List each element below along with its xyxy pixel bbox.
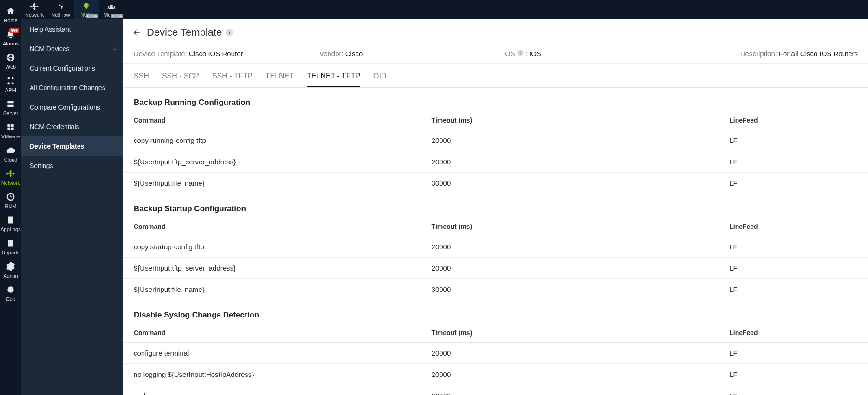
content-scroll[interactable]: SSHSSH - SCPSSH - TFTPTELNETTELNET - TFT… bbox=[123, 64, 868, 395]
info-label: OS bbox=[505, 50, 515, 58]
section-title: Backup Startup Configuration bbox=[123, 204, 868, 217]
rail-label: Web bbox=[6, 64, 16, 70]
top-tab-label: Network bbox=[25, 12, 44, 18]
info-description: Description: For all Cisco IOS Routers bbox=[740, 50, 858, 58]
rail-item-admin[interactable]: Admin bbox=[0, 258, 21, 281]
col-linefeed: LineFeed bbox=[719, 324, 868, 343]
cell-timeout: 20000 bbox=[421, 364, 719, 385]
cell-linefeed: LF bbox=[719, 343, 868, 364]
top-tab-strip: NetworkNetFlowNCMBETAMerakiBETA bbox=[21, 0, 868, 19]
tab-ssh-scp[interactable]: SSH - SCP bbox=[162, 72, 199, 87]
info-label: Device Template: bbox=[134, 50, 187, 58]
rail-item-alarms[interactable]: Alarms99+ bbox=[0, 26, 21, 49]
back-button[interactable] bbox=[130, 26, 143, 39]
cell-command: copy startup-config tftp bbox=[123, 236, 421, 258]
rail-item-reports[interactable]: Reports bbox=[0, 235, 21, 258]
page-title-text: Device Template bbox=[147, 26, 222, 39]
section: Backup Running ConfigurationCommandTimeo… bbox=[123, 98, 868, 194]
tab-ssh-tftp[interactable]: SSH - TFTP bbox=[212, 72, 253, 87]
table-row[interactable]: end20000LF bbox=[123, 385, 868, 395]
cell-timeout: 20000 bbox=[421, 151, 719, 173]
col-timeout: Timeout (ms) bbox=[421, 324, 719, 343]
cell-linefeed: LF bbox=[719, 130, 868, 151]
rail-item-apm[interactable]: APM bbox=[0, 72, 21, 96]
rail-label: Edit bbox=[6, 296, 15, 302]
rail-label: APM bbox=[5, 87, 16, 93]
arrow-left-icon bbox=[132, 28, 141, 37]
command-table: CommandTimeout (ms)LineFeedcopy running-… bbox=[123, 111, 868, 194]
cell-timeout: 20000 bbox=[421, 385, 719, 395]
info-bar: Device Template: Cisco IOS Router Vendor… bbox=[123, 44, 868, 64]
col-timeout: Timeout (ms) bbox=[421, 111, 719, 130]
top-tab-meraki[interactable]: MerakiBETA bbox=[99, 0, 124, 19]
cell-timeout: 20000 bbox=[421, 258, 719, 279]
tab-telnet-tftp[interactable]: TELNET - TFTP bbox=[307, 72, 360, 87]
rail-label: AppLogs bbox=[0, 227, 20, 232]
sidebar: Help AssistantNCM Devices+Current Config… bbox=[21, 19, 123, 395]
cell-linefeed: LF bbox=[719, 279, 868, 300]
info-icon[interactable]: i bbox=[517, 50, 524, 56]
cell-linefeed: LF bbox=[719, 258, 868, 279]
table-row[interactable]: copy running-config tftp20000LF bbox=[123, 130, 868, 151]
sidebar-item-all-config-changes[interactable]: All Configuration Changes bbox=[21, 78, 123, 97]
sidebar-item-device-templates[interactable]: Device Templates bbox=[21, 136, 123, 156]
rail-item-network[interactable]: Network bbox=[0, 165, 21, 188]
top-tab-netflow[interactable]: NetFlow bbox=[47, 0, 73, 19]
table-row[interactable]: ${UserInput:tftp_server_address}20000LF bbox=[123, 151, 868, 173]
top-tab-network[interactable]: Network bbox=[21, 0, 47, 19]
table-row[interactable]: ${UserInput:file_name}30000LF bbox=[123, 173, 868, 194]
sidebar-item-settings[interactable]: Settings bbox=[21, 156, 123, 175]
col-command: Command bbox=[123, 111, 421, 130]
rail-item-server[interactable]: Server bbox=[0, 96, 21, 119]
rail-label: Network bbox=[1, 180, 20, 186]
cell-command: ${UserInput:tftp_server_address} bbox=[123, 258, 421, 279]
sidebar-item-label: Device Templates bbox=[30, 142, 84, 150]
protocol-tabs: SSHSSH - SCPSSH - TFTPTELNETTELNET - TFT… bbox=[123, 64, 868, 88]
info-device-template: Device Template: Cisco IOS Router bbox=[134, 50, 319, 58]
top-tab-label: NetFlow bbox=[51, 12, 70, 18]
rail-item-web[interactable]: Web bbox=[0, 49, 21, 72]
table-row[interactable]: copy startup-config tftp20000LF bbox=[123, 236, 868, 258]
table-row[interactable]: configure terminal20000LF bbox=[123, 343, 868, 364]
rail-item-vmware[interactable]: VMware bbox=[0, 119, 21, 142]
sidebar-item-compare-config[interactable]: Compare Configurations bbox=[21, 97, 123, 117]
rail-item-applogs[interactable]: AppLogs bbox=[0, 212, 21, 235]
table-row[interactable]: ${UserInput:file_name}30000LF bbox=[123, 279, 868, 300]
top-tab-ncm[interactable]: NCMBETA bbox=[74, 0, 99, 19]
section-title: Disable Syslog Change Detection bbox=[123, 311, 868, 324]
plus-icon[interactable]: + bbox=[113, 45, 117, 53]
rail-item-rum[interactable]: RUM bbox=[0, 188, 21, 212]
cell-command: copy running-config tftp bbox=[123, 130, 421, 151]
sidebar-item-label: Help Assistant bbox=[30, 26, 71, 33]
table-row[interactable]: no logging ${UserInput:HostIpAddress}200… bbox=[123, 364, 868, 385]
sidebar-item-ncm-devices[interactable]: NCM Devices+ bbox=[21, 39, 123, 58]
sidebar-item-ncm-credentials[interactable]: NCM Credentials bbox=[21, 117, 123, 136]
badge: 99+ bbox=[9, 28, 19, 33]
rail-item-cloud[interactable]: Cloud bbox=[0, 142, 21, 165]
sidebar-item-current-config[interactable]: Current Configurations bbox=[21, 58, 123, 78]
info-value: Cisco bbox=[345, 50, 363, 58]
tab-telnet[interactable]: TELNET bbox=[266, 72, 294, 87]
rail-label: Alarms bbox=[3, 41, 19, 46]
sidebar-item-label: All Configuration Changes bbox=[30, 84, 105, 91]
beta-badge: BETA bbox=[86, 14, 98, 18]
sidebar-item-label: Current Configurations bbox=[30, 65, 95, 72]
cell-command: no logging ${UserInput:HostIpAddress} bbox=[123, 364, 421, 385]
sidebar-item-help-assistant[interactable]: Help Assistant bbox=[21, 19, 123, 39]
cell-linefeed: LF bbox=[719, 385, 868, 395]
col-command: Command bbox=[123, 324, 421, 343]
col-timeout: Timeout (ms) bbox=[421, 217, 719, 236]
title-bar: Device Template i bbox=[123, 19, 868, 44]
tab-oid[interactable]: OID bbox=[373, 72, 386, 87]
cell-command: ${UserInput:file_name} bbox=[123, 173, 421, 194]
info-icon[interactable]: i bbox=[226, 29, 233, 36]
command-table: CommandTimeout (ms)LineFeedcopy startup-… bbox=[123, 217, 868, 300]
table-row[interactable]: ${UserInput:tftp_server_address}20000LF bbox=[123, 258, 868, 279]
rail-item-edit[interactable]: Edit bbox=[0, 281, 21, 304]
cell-command: ${UserInput:file_name} bbox=[123, 279, 421, 300]
col-linefeed: LineFeed bbox=[719, 217, 868, 236]
cell-linefeed: LF bbox=[719, 364, 868, 385]
cell-command: configure terminal bbox=[123, 343, 421, 364]
rail-item-home[interactable]: Home bbox=[0, 3, 21, 26]
tab-ssh[interactable]: SSH bbox=[134, 72, 149, 87]
